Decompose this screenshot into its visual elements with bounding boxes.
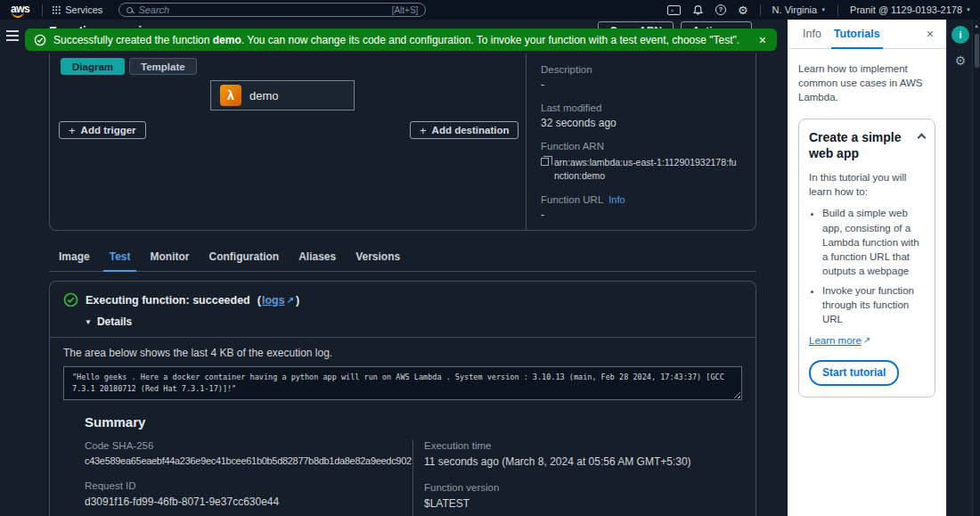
gear-icon: ⚙ — [738, 4, 748, 16]
description-value: - — [541, 78, 741, 91]
function-overview-title: Function overview — [49, 24, 159, 29]
flash-function-name: demo — [213, 34, 241, 46]
account-menu[interactable]: Pranit @ 1129-0193-2178 ▼ — [850, 4, 971, 15]
success-circle-icon — [63, 292, 78, 307]
logs-link[interactable]: logs — [262, 294, 285, 307]
help-tab-tutorials[interactable]: Tutorials — [828, 20, 886, 48]
search-bar[interactable]: [Alt+S] — [118, 3, 426, 17]
copy-icon[interactable] — [541, 158, 549, 166]
caret-down-icon: ▼ — [966, 7, 971, 12]
tab-versions[interactable]: Versions — [346, 245, 410, 271]
settings-button[interactable]: ⚙ — [738, 4, 748, 16]
search-input[interactable] — [138, 4, 386, 15]
help-tab-info[interactable]: Info — [796, 20, 828, 48]
tools-rail: i ⚙ ▲ — [946, 20, 980, 516]
function-url-info-link[interactable]: Info — [608, 194, 625, 205]
function-arn-label: Function ARN — [541, 141, 741, 152]
start-tutorial-button[interactable]: Start tutorial — [809, 360, 899, 386]
account-label: Pranit @ 1129-0193-2178 — [850, 4, 962, 15]
summary-heading: Summary — [85, 414, 742, 430]
summary-fields: Code SHA-256 c43e589ea65eaebf44a236e9ec4… — [85, 440, 742, 516]
tab-test[interactable]: Test — [100, 245, 141, 271]
rail-gear-icon[interactable]: ⚙ — [951, 52, 969, 70]
copy-arn-button[interactable]: Copy ARN — [598, 21, 674, 29]
help-close-icon[interactable]: × — [923, 25, 937, 43]
info-link[interactable]: Info — [166, 27, 182, 29]
flashbar-message: Successfully created the function demo. … — [53, 34, 750, 46]
top-navigation: aws Services [Alt+S] >_ ? ⚙ N. Virginia … — [0, 0, 980, 20]
tutorial-lead: In this tutorial you will learn how to: — [809, 170, 925, 199]
tab-aliases[interactable]: Aliases — [289, 245, 346, 271]
menu-toggle[interactable] — [6, 30, 19, 516]
tab-monitor[interactable]: Monitor — [140, 245, 199, 271]
template-toggle[interactable]: Template — [129, 58, 197, 75]
execution-status-text: Executing function: succeeded — [86, 294, 250, 307]
external-link-icon: ↗ — [863, 334, 870, 347]
success-check-icon — [34, 34, 46, 46]
help-button[interactable]: ? — [715, 4, 726, 15]
tutorial-title: Create a simple web app — [809, 130, 914, 161]
cloudshell-button[interactable]: >_ — [667, 5, 681, 15]
page-scrollbar[interactable]: ▲ — [972, 20, 980, 516]
external-link-icon: ↗ — [287, 295, 294, 305]
summary-field: Function version $LATEST — [424, 482, 742, 510]
nav-divider — [42, 4, 43, 16]
tutorial-bullet: Invoke your function through its functio… — [822, 283, 925, 326]
chevron-up-icon — [918, 134, 927, 143]
description-label: Description — [541, 64, 741, 75]
function-diagram-node[interactable]: λ demo — [210, 80, 355, 111]
summary-field: Execution time 11 seconds ago (March 8, … — [424, 440, 742, 468]
nav-divider — [837, 4, 838, 16]
tutorial-card-header[interactable]: Create a simple web app — [809, 130, 925, 161]
add-trigger-button[interactable]: + Add trigger — [59, 121, 146, 139]
function-tabs: Image Test Monitor Configuration Aliases… — [49, 245, 756, 272]
side-nav-rail — [0, 20, 25, 516]
function-url-label: Function URLInfo — [541, 194, 741, 205]
region-label: N. Virginia — [772, 4, 818, 15]
function-details-column: Description - Last modified 32 seconds a… — [526, 53, 755, 230]
function-name: demo — [249, 89, 279, 102]
diagram-template-toggle: Diagram Template — [61, 58, 197, 75]
region-selector[interactable]: N. Virginia ▼ — [772, 4, 827, 15]
logs-link-group: (logs↗) — [257, 294, 299, 307]
search-shortcut: [Alt+S] — [392, 5, 419, 15]
services-grid-icon — [52, 5, 61, 14]
tutorial-card: Create a simple web app In this tutorial… — [798, 119, 935, 397]
summary-field: Code SHA-256 c43e589ea65eaebf44a236e9ec4… — [85, 440, 402, 466]
scrollbar-up-icon: ▲ — [973, 20, 980, 29]
function-arn-row: arn:aws:lambda:us-east-1:112901932178:fu… — [541, 156, 741, 183]
test-result-panel: Executing function: succeeded (logs↗) ▼ … — [49, 281, 756, 516]
services-menu[interactable]: Services — [52, 4, 102, 15]
info-assistant-icon[interactable]: i — [951, 26, 969, 44]
summary-field: Request ID d3091f16-fd99-46fb-8071-9e37c… — [85, 480, 402, 508]
scrollbar-thumb[interactable] — [975, 34, 979, 68]
details-expander[interactable]: ▼ Details — [85, 315, 742, 328]
caret-down-icon: ▼ — [821, 7, 826, 12]
caret-down-icon: ▼ — [85, 318, 92, 326]
panel-divider — [50, 337, 755, 338]
aws-console-screen: aws Services [Alt+S] >_ ? ⚙ N. Virginia … — [0, 0, 980, 516]
bell-icon — [692, 4, 704, 16]
notifications-button[interactable] — [692, 4, 704, 16]
tutorial-bullet-list: Build a simple web app, consisting of a … — [809, 206, 925, 326]
diagram-toggle[interactable]: Diagram — [61, 58, 125, 75]
flashbar-close-icon[interactable]: × — [757, 34, 768, 46]
plus-icon: + — [420, 124, 427, 137]
actions-button[interactable]: Actions ▼ — [681, 21, 752, 29]
aws-logo[interactable]: aws — [9, 3, 33, 17]
question-icon: ? — [715, 4, 726, 15]
function-url-value: - — [541, 209, 741, 221]
last-modified-label: Last modified — [541, 102, 741, 113]
tab-image[interactable]: Image — [49, 245, 100, 271]
help-panel-header: Info Tutorials × — [788, 20, 946, 49]
tab-configuration[interactable]: Configuration — [199, 245, 289, 271]
add-destination-button[interactable]: + Add destination — [410, 121, 519, 139]
help-intro-text: Learn how to implement common use cases … — [798, 61, 935, 104]
learn-more-link[interactable]: Learn more — [809, 333, 862, 348]
log-hint-text: The area below shows the last 4 KB of th… — [63, 347, 742, 359]
function-arn-value: arn:aws:lambda:us-east-1:112901932178:fu… — [554, 156, 741, 183]
plus-icon: + — [69, 124, 76, 137]
tutorial-bullet: Build a simple web app, consisting of a … — [822, 206, 925, 277]
lambda-service-icon: λ — [220, 85, 241, 106]
execution-log-box[interactable]: "Hello geeks . Here a docker container h… — [63, 366, 742, 400]
